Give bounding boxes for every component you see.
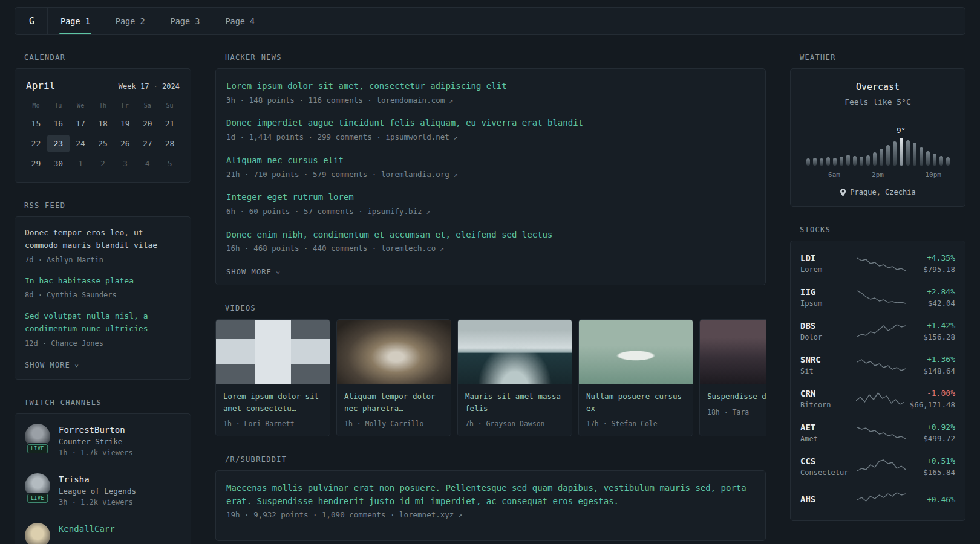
hn-item-meta: 21h · 710 points · 579 comments · loreml… — [226, 169, 755, 181]
video-card[interactable]: Aliquam tempor dolor nec pharetra… 1h · … — [336, 319, 451, 436]
rss-item-title[interactable]: Donec tempor eros leo, ut commodo mauris… — [25, 227, 181, 252]
calendar-day-next-month: 4 — [136, 155, 158, 172]
calendar-day: 24 — [70, 135, 92, 152]
hn-item-source-link[interactable]: ipsumify.biz — [367, 207, 422, 216]
stock-price: $66,171.48 — [910, 400, 955, 409]
calendar-day: 19 — [114, 115, 136, 132]
calendar-day: 21 — [158, 115, 181, 132]
hn-item-meta: 3h · 148 points · 116 comments · loremdo… — [226, 95, 755, 106]
calendar-day: 25 — [92, 135, 114, 152]
rss-item-title[interactable]: In hac habitasse platea — [25, 275, 181, 288]
stock-row[interactable]: CCSConsectetur +0.51%$165.84 — [800, 450, 955, 484]
twitch-channel-row[interactable]: LIVE Trisha League of Legends 3h · 1.2k … — [25, 473, 181, 507]
stock-name: Amet — [800, 435, 851, 443]
stock-row[interactable]: AHS +0.46% — [800, 484, 955, 515]
video-thumbnail — [337, 320, 451, 384]
subreddit-source-link[interactable]: loremnet.xyz — [399, 510, 454, 519]
stock-sparkline — [857, 322, 906, 340]
hackernews-card: Lorem ipsum dolor sit amet, consectetur … — [215, 68, 766, 285]
chevron-down-icon: ⌄ — [74, 360, 79, 368]
section-title-stocks: STOCKS — [800, 225, 965, 234]
external-link-icon: ↗ — [454, 511, 462, 519]
stocks-widget: STOCKS LDILorem +4.35%$795.18 IIGIpsum +… — [790, 225, 965, 521]
stock-row[interactable]: DBSDolor +1.42%$156.28 — [800, 314, 955, 348]
rss-item-title[interactable]: Sed volutpat nulla nisl, a condimentum n… — [25, 310, 181, 335]
video-meta: 17h · Stefan Cole — [586, 419, 685, 428]
hn-show-more-button[interactable]: SHOW MORE⌄ — [226, 265, 281, 276]
calendar-widget: CALENDAR April Week 17 · 2024 Mo Tu We T… — [15, 53, 191, 183]
weather-location: Prague, Czechia — [800, 188, 955, 196]
calendar-day-next-month: 1 — [70, 155, 92, 172]
channel-name: Trisha — [59, 474, 136, 484]
calendar-day: 22 — [25, 135, 47, 152]
video-meta: 1h · Lori Barnett — [223, 419, 322, 428]
stock-sparkline — [857, 458, 906, 476]
hn-item-title[interactable]: Lorem ipsum dolor sit amet, consectetur … — [226, 80, 755, 93]
video-title: Suspendisse diam — [707, 390, 766, 402]
stock-name: Ipsum — [800, 299, 851, 308]
section-title-weather: WEATHER — [800, 53, 965, 62]
hackernews-widget: HACKER NEWS Lorem ipsum dolor sit amet, … — [215, 53, 766, 285]
subreddit-post-meta: 19h · 9,932 points · 1,090 comments · lo… — [226, 510, 755, 521]
tab-page-1[interactable]: Page 1 — [48, 8, 103, 34]
video-card[interactable]: Suspendisse diam 18h · Tara — [699, 319, 766, 436]
stock-symbol: LDI — [800, 253, 851, 263]
calendar-weekday: We — [70, 99, 92, 112]
calendar-day-next-month: 2 — [92, 155, 114, 172]
channel-meta: 3h · 1.2k viewers — [59, 498, 136, 507]
calendar-day: 18 — [92, 115, 114, 132]
app-logo[interactable]: G — [16, 8, 48, 34]
video-card[interactable]: Nullam posuere cursus ex 17h · Stefan Co… — [578, 319, 693, 436]
stock-change: +1.36% — [927, 355, 955, 364]
stock-name: Sit — [800, 367, 851, 375]
calendar-day: 17 — [70, 115, 92, 132]
stock-row[interactable]: SNRCSit +1.36%$148.64 — [800, 348, 955, 382]
section-title-calendar: CALENDAR — [24, 53, 191, 62]
stock-sparkline — [857, 254, 906, 273]
stock-row[interactable]: IIGIpsum +2.84%$42.04 — [800, 280, 955, 314]
weather-widget: WEATHER Overcast Feels like 5°C 9° 6am 2… — [790, 53, 965, 207]
stock-change: -1.00% — [927, 389, 955, 398]
calendar-weekday: Th — [92, 99, 114, 112]
stock-row[interactable]: LDILorem +4.35%$795.18 — [800, 247, 955, 280]
hn-item-title[interactable]: Aliquam nec cursus elit — [226, 154, 755, 167]
external-link-icon: ↗ — [449, 170, 458, 179]
rss-item: Sed volutpat nulla nisl, a condimentum n… — [25, 310, 181, 349]
hn-item-source-link[interactable]: loremtech.co — [381, 244, 436, 253]
calendar-day: 28 — [158, 135, 181, 152]
hn-item-source-link[interactable]: ipsumworld.net — [385, 132, 449, 141]
section-title-subreddit: /R/SUBREDDIT — [225, 455, 766, 464]
rss-show-more-button[interactable]: SHOW MORE⌄ — [25, 358, 79, 369]
twitch-widget: TWITCH CHANNELS LIVE ForrestBurton Count… — [15, 398, 191, 544]
channel-game: Counter-Strike — [59, 437, 133, 446]
video-card[interactable]: Lorem ipsum dolor sit amet consectetu… 1… — [215, 319, 330, 436]
weather-hourly-chart: 9° — [800, 118, 955, 166]
tab-page-3[interactable]: Page 3 — [158, 8, 213, 34]
stock-price: $795.18 — [923, 265, 955, 274]
stock-symbol: AHS — [800, 494, 851, 504]
hn-item-source-link[interactable]: loremlandia.org — [381, 170, 449, 179]
hn-item-title[interactable]: Integer eget rutrum lorem — [226, 191, 755, 204]
calendar-weekday: Mo — [25, 99, 47, 112]
hn-item-title[interactable]: Donec enim nibh, condimentum et accumsan… — [226, 228, 755, 242]
stock-row[interactable]: AETAmet +0.92%$499.72 — [800, 416, 955, 450]
tab-page-4[interactable]: Page 4 — [212, 8, 267, 34]
subreddit-post-title[interactable]: Maecenas mollis pulvinar erat non posuer… — [226, 482, 755, 508]
tab-page-2[interactable]: Page 2 — [103, 8, 158, 34]
hn-item-source-link[interactable]: loremdomain.com — [376, 96, 445, 105]
stock-row[interactable]: CRNBitcorn -1.00%$66,171.48 — [800, 382, 955, 416]
hn-item: Integer eget rutrum lorem 6h · 60 points… — [226, 191, 755, 217]
middle-column: HACKER NEWS Lorem ipsum dolor sit amet, … — [215, 53, 766, 544]
video-meta: 1h · Molly Carrillo — [344, 419, 443, 428]
calendar-day: 26 — [114, 135, 136, 152]
twitch-channel-row[interactable]: KendallCarr — [25, 523, 181, 544]
stock-symbol: SNRC — [800, 355, 851, 364]
twitch-channel-row[interactable]: LIVE ForrestBurton Counter-Strike 1h · 1… — [25, 424, 181, 457]
stock-sparkline — [856, 390, 904, 408]
hn-item-title[interactable]: Donec imperdiet augue tincidunt felis al… — [226, 117, 755, 130]
channel-info: KendallCarr — [59, 523, 115, 534]
channel-avatar — [25, 523, 50, 544]
video-card[interactable]: Mauris sit amet massa felis 7h · Grayson… — [457, 319, 572, 436]
stock-symbol: CRN — [800, 389, 851, 398]
video-meta: 18h · Tara — [707, 408, 766, 416]
